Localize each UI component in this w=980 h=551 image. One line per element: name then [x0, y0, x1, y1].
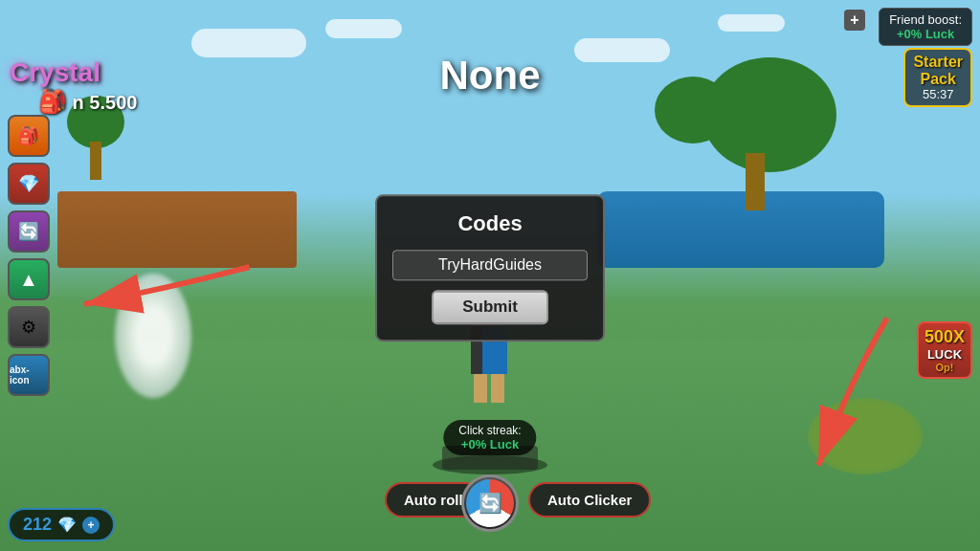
bottom-currency: 212 💎 + [8, 508, 115, 541]
sidebar-btn-gem[interactable]: 💎 [8, 163, 50, 205]
codes-modal: Codes Submit [375, 194, 605, 342]
sidebar-btn-refresh[interactable]: 🔄 [8, 210, 50, 253]
currency-plus-button[interactable]: + [82, 517, 100, 534]
luck-tag: Op! [924, 362, 965, 373]
cloud [325, 19, 402, 38]
crystal-count: 🎒 n 5.500 [38, 88, 137, 115]
backpack-icon: 🎒 [18, 125, 39, 146]
auto-clicker-button[interactable]: Auto Clicker [528, 482, 651, 518]
crystal-label: Crystal [10, 57, 100, 88]
gem-icon: 💎 [18, 173, 39, 194]
sidebar-btn-backpack[interactable]: 🎒 [8, 115, 50, 157]
friend-boost-plus-button[interactable]: + [844, 10, 865, 31]
sidebar-btn-arrow[interactable]: ▲ [8, 258, 50, 300]
settings-icon: ⚙ [21, 317, 36, 338]
luck-label: LUCK [924, 347, 965, 362]
abx-icon: abx-icon [10, 364, 48, 386]
sidebar-btn-settings[interactable]: ⚙ [8, 306, 50, 348]
friend-boost-label: Friend boost: [889, 12, 962, 27]
click-streak-value: +0% Luck [458, 437, 521, 452]
header-title: None [440, 53, 541, 99]
tree-trunk-left [90, 142, 101, 180]
starter-pack-text2: Pack [913, 71, 963, 88]
tree-trunk-right [746, 153, 765, 210]
left-sidebar: 🎒 💎 🔄 ▲ ⚙ abx-icon [8, 115, 50, 396]
friend-boost-panel: Friend boost: +0% Luck [879, 8, 972, 46]
arrow-up-icon: ▲ [19, 269, 38, 291]
backpack-icon: 🎒 [38, 88, 67, 114]
refresh-icon: 🔄 [18, 221, 39, 242]
tree-top-right2 [655, 77, 731, 143]
submit-button[interactable]: Submit [432, 290, 548, 324]
click-streak-panel: Click streak: +0% Luck [443, 420, 536, 455]
char-legs [471, 374, 507, 403]
cloud [574, 38, 670, 62]
spin-icon: 🔄 [479, 492, 502, 515]
codes-title: Codes [392, 211, 588, 236]
friend-boost-value: +0% Luck [889, 27, 962, 41]
water-area [597, 191, 884, 268]
spin-inner: 🔄 [466, 479, 514, 527]
sidebar-btn-abx[interactable]: abx-icon [8, 354, 50, 396]
starter-pack-timer: 55:37 [913, 87, 963, 101]
diamond-icon: 💎 [57, 516, 77, 534]
currency-value: 212 [23, 515, 52, 535]
starter-pack-panel[interactable]: Starter Pack 55:37 [903, 48, 972, 107]
spin-button[interactable]: 🔄 [461, 474, 519, 532]
starter-pack-text1: Starter [913, 54, 963, 71]
luck-multiplier: 500X [924, 327, 965, 347]
click-streak-label: Click streak: [458, 424, 521, 437]
cloud [191, 29, 306, 57]
cloud [718, 14, 785, 32]
codes-input[interactable] [392, 250, 588, 280]
